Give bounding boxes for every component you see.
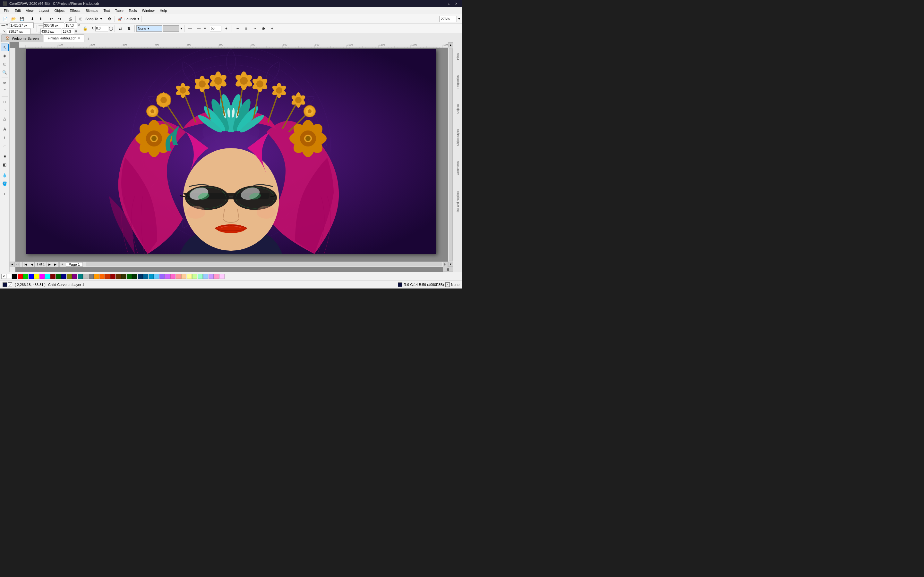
menu-view[interactable]: View [23,7,36,14]
launch-dropdown-arrow[interactable]: ▼ [137,17,140,21]
snap-to-dropdown-arrow[interactable]: ▼ [99,17,103,21]
outline-plus-button[interactable]: — [195,25,202,32]
color-swatch-lavender[interactable] [160,274,165,279]
menu-window[interactable]: Window [140,7,157,14]
polygon-tool[interactable]: △ [1,115,9,122]
minimize-button[interactable]: — [439,1,445,6]
color-swatch-lightviolet[interactable] [220,274,225,279]
color-swatch-cyan[interactable] [45,274,50,279]
color-swatch-darkforest[interactable] [132,274,137,279]
undo-button[interactable]: ↩ [47,15,55,23]
color-swatch-maroon[interactable] [50,274,55,279]
scroll-up-button[interactable]: ▲ [448,42,453,47]
options-button[interactable]: ⚙ [105,15,113,23]
tab-firman-close[interactable]: ✕ [78,37,80,40]
color-preview-bar[interactable] [163,25,179,32]
freehand-tool[interactable]: ✏ [1,79,9,87]
h-scrollbar-track[interactable] [86,263,442,266]
color-swatch-darkgreen[interactable] [56,274,61,279]
crop-tool[interactable]: ⊡ [1,60,9,68]
page-prev-button[interactable]: ◀ [29,262,35,267]
color-swatch-powderblue[interactable] [203,274,208,279]
close-button[interactable]: ✕ [453,1,459,6]
color-swatch-orange[interactable] [94,274,99,279]
shadow-tool[interactable]: ■ [1,153,9,160]
page-next-button[interactable]: ▶ [47,262,52,267]
color-swatch-green[interactable] [23,274,28,279]
color-swatch-lightgreen[interactable] [192,274,197,279]
color-swatch-steelblue[interactable] [143,274,148,279]
menu-edit[interactable]: Edit [12,7,23,14]
color-swatch-olive[interactable] [67,274,72,279]
color-swatch-pink[interactable] [214,274,219,279]
color-swatch-forestgreen[interactable] [127,274,132,279]
import-button[interactable]: ⬇ [29,15,36,23]
color-swatch-lightpink[interactable] [176,274,181,279]
color-swatch-lilac[interactable] [208,274,214,279]
shaping-button[interactable]: ⊕ [260,25,267,32]
export-button[interactable]: ⬆ [37,15,45,23]
zoom-input[interactable]: 276% [439,16,457,22]
fill-dropdown[interactable]: None ▼ [136,25,162,32]
save-button[interactable]: 💾 [18,15,26,23]
rotation-input[interactable] [95,26,108,31]
color-swatch-darkred[interactable] [110,274,115,279]
hints-panel-button[interactable]: Hints [456,52,460,61]
interactive-fill[interactable]: + [1,190,9,198]
page-last-button[interactable]: ▶| [53,262,59,267]
find-replace-panel-button[interactable]: Find and Replace [456,189,460,215]
v-scrollbar-track[interactable] [449,48,453,261]
menu-tools[interactable]: Tools [126,7,140,14]
menu-file[interactable]: File [1,7,12,14]
redo-button[interactable]: ↪ [56,15,63,23]
transparency-tool[interactable]: ◧ [1,161,9,169]
node-button[interactable]: ⋯ [234,25,241,32]
menu-table[interactable]: Table [113,7,126,14]
outline-minus-button[interactable]: — [186,25,194,32]
color-swatch-hotpink[interactable] [170,274,176,279]
snap-to-button[interactable]: ⊞ [77,15,85,23]
color-swatch-darkolive[interactable] [121,274,126,279]
scroll-left-button[interactable]: ◀ [10,262,15,267]
zoom-fit-button[interactable]: ⊞ [443,267,453,272]
object-styles-panel-button[interactable]: Object Styles [456,127,460,147]
scroll-prev-button[interactable]: ◁ [15,262,20,267]
fill-tool[interactable]: 🪣 [1,180,9,187]
add-page-button[interactable]: + [59,262,65,267]
color-bar-dropdown[interactable]: ▼ [180,27,183,30]
menu-text[interactable]: Text [101,7,112,14]
tab-add-button[interactable]: + [85,35,91,42]
scroll-right-button[interactable]: ▷ [443,262,448,267]
outline-dropdown-arrow[interactable]: ▼ [204,27,206,30]
color-swatch-navy[interactable] [61,274,66,279]
properties-panel-button[interactable]: Properties [456,74,460,90]
color-swatch-lightblue[interactable] [154,274,159,279]
scroll-down-button[interactable]: ▼ [448,261,453,267]
node-edit-tool[interactable]: ◈ [1,52,9,60]
comments-panel-button[interactable]: Comments [456,160,460,177]
x-input[interactable] [10,23,34,28]
new-button[interactable]: 📄 [1,15,9,23]
ellipse-tool[interactable]: ○ [1,106,9,114]
color-swatch-brown[interactable] [105,274,110,279]
open-button[interactable]: 📂 [10,15,17,23]
color-swatch-aquamarine[interactable] [198,274,203,279]
outline-inc-button[interactable]: + [222,25,230,32]
menu-object[interactable]: Object [52,7,67,14]
objects-panel-button[interactable]: Objects [456,103,460,115]
menu-effects[interactable]: Effects [67,7,83,14]
color-swatch-purple[interactable] [72,274,78,279]
tab-firman[interactable]: Firman Hatibu.cdr ✕ [44,34,84,42]
page-first-button[interactable]: |◀ [23,262,28,267]
print-button[interactable]: 🖨 [66,15,74,23]
eyedropper-tool[interactable]: 💧 [1,171,9,179]
text-tool[interactable]: A [1,125,9,133]
color-swatch-yellow[interactable] [34,274,39,279]
color-swatch-white[interactable] [7,274,12,279]
canvas-area[interactable]: // Will be generated by JS 1002003004005… [10,42,453,272]
align-button[interactable]: ≡ [242,25,250,32]
maximize-button[interactable]: □ [446,1,452,6]
menu-layout[interactable]: Layout [36,7,52,14]
mirror-h-button[interactable]: ⇄ [116,25,124,32]
fill-indicator[interactable] [3,282,12,287]
